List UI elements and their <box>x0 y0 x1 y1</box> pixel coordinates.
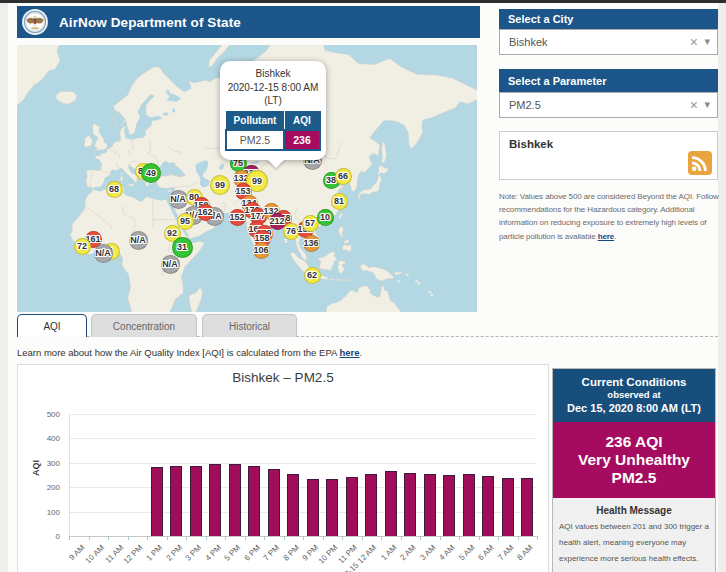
chart-xtick-label: 8 AM <box>515 543 534 562</box>
chart-bar[interactable] <box>502 478 514 536</box>
chart-bar[interactable] <box>521 478 533 536</box>
tab-historical[interactable]: Historical <box>202 314 297 337</box>
chart-ytick-label: 0 <box>32 532 60 541</box>
chart-xtick <box>245 536 246 540</box>
aqi-marker[interactable]: 57 <box>302 215 319 232</box>
aqi-marker[interactable]: 49 <box>141 163 161 183</box>
chart-xtick <box>303 536 304 540</box>
city-dropdown-icon[interactable]: ▾ <box>704 30 710 54</box>
aqi-marker[interactable]: 95 <box>177 213 194 230</box>
app-header: AirNow Department of State <box>17 6 480 38</box>
chart-xtick-label: 10 PM <box>317 543 340 566</box>
chart-xtick <box>206 536 207 540</box>
aqi-marker[interactable]: 62 <box>304 267 321 284</box>
select-city-label: Select a City <box>499 9 718 29</box>
chart-bar[interactable] <box>463 474 475 536</box>
chart-xtick <box>323 536 324 540</box>
chart-bar[interactable] <box>209 464 221 536</box>
tab-concentration[interactable]: Concentration <box>91 314 197 337</box>
learn-more-here-link[interactable]: here <box>339 347 359 358</box>
chart-bar[interactable] <box>424 474 436 536</box>
observed-time: Dec 15, 2020 8:00 AM (LT) <box>553 401 715 415</box>
chart-bar[interactable] <box>326 479 338 536</box>
chart-bar[interactable] <box>482 476 494 536</box>
chart-bar[interactable] <box>287 474 299 536</box>
chart-xtick <box>518 536 519 540</box>
tab-aqi[interactable]: AQI <box>17 314 87 337</box>
chart-bar[interactable] <box>346 477 358 536</box>
chart-title: Bishkek – PM2.5 <box>18 370 548 385</box>
state-department-seal-icon <box>22 9 48 35</box>
current-aqi-category: Very Unhealthy <box>553 451 715 469</box>
chart-xtick <box>362 536 363 540</box>
chart-xtick-label: 6 PM <box>242 543 262 563</box>
aqi-marker[interactable]: N/A <box>161 255 180 274</box>
city-select[interactable]: Bishkek × ▾ <box>499 29 718 55</box>
chart-bar[interactable] <box>404 473 416 536</box>
chart-xtick-label: 8 PM <box>281 543 301 563</box>
chart-ytick-label: 100 <box>32 508 60 517</box>
aqi-marker[interactable]: 162 <box>197 204 214 221</box>
aqi-marker[interactable]: N/A <box>169 190 188 209</box>
chart-xtick <box>401 536 402 540</box>
chart-ytick-label: 500 <box>32 410 60 419</box>
chart-bar[interactable] <box>443 475 455 536</box>
aqi-marker[interactable]: 31 <box>172 237 193 258</box>
aqi-marker[interactable]: 66 <box>335 168 352 185</box>
chart-bar[interactable] <box>151 467 163 536</box>
chart-xtick-label: 4 PM <box>203 543 223 563</box>
chart-xtick <box>69 536 70 540</box>
chart-y-axis-line <box>69 414 70 536</box>
chart-bar[interactable] <box>170 466 182 536</box>
note-here-link[interactable]: here <box>598 232 615 241</box>
chart-xtick-label: 7 AM <box>496 543 515 562</box>
chart-xtick <box>264 536 265 540</box>
chart-xtick <box>128 536 129 540</box>
tooltip-city: Bishkek <box>220 67 326 81</box>
parameter-clear-icon[interactable]: × <box>690 93 698 117</box>
observed-at-label: observed at <box>553 389 715 401</box>
parameter-select[interactable]: PM2.5 × ▾ <box>499 92 718 118</box>
current-conditions-header: Current Conditions observed at Dec 15, 2… <box>553 369 715 422</box>
aqi-marker[interactable]: 136 <box>303 235 320 252</box>
map-tooltip: Bishkek 2020-12-15 8:00 AM (LT) Pollutan… <box>220 61 326 160</box>
learn-more-text: Learn more about how the Air Quality Ind… <box>17 347 557 358</box>
chart-bar[interactable] <box>307 479 319 536</box>
aqi-marker[interactable]: 106 <box>253 242 270 259</box>
note-suffix: . <box>614 232 616 241</box>
aqi-marker[interactable]: 81 <box>331 193 348 210</box>
aqi-marker[interactable]: N/A <box>129 231 148 250</box>
chart-bar[interactable] <box>248 466 260 536</box>
chart-xtick <box>459 536 460 540</box>
chart-xtick-label: 5 PM <box>223 543 243 563</box>
chart-bar[interactable] <box>268 469 280 536</box>
chart-xtick-label: 3 AM <box>418 543 437 562</box>
chart-xtick <box>381 536 382 540</box>
chart-xtick-label: 11 AM <box>103 543 125 565</box>
rss-icon[interactable] <box>688 151 712 175</box>
parameter-select-value: PM2.5 <box>509 99 541 111</box>
chart-xtick <box>186 536 187 540</box>
aqi-marker[interactable]: 10 <box>317 209 334 226</box>
chart-bar[interactable] <box>190 466 202 536</box>
city-clear-icon[interactable]: × <box>690 30 698 54</box>
aqi-marker[interactable]: 72 <box>74 238 91 255</box>
chart-xtick-label: 4 AM <box>437 543 456 562</box>
current-aqi-value: 236 AQI <box>553 433 715 451</box>
aqi-marker[interactable]: 99 <box>210 175 230 195</box>
learn-more-suffix: . <box>360 347 363 358</box>
chart-xtick-label: 5 AM <box>457 543 476 562</box>
chart-gridline <box>69 438 537 439</box>
aqi-marker[interactable]: N/A <box>94 244 113 263</box>
world-aqi-map[interactable]: 844968N/A8099159N/AN/A162959231N/AN/A161… <box>17 45 477 312</box>
health-message-title: Health Message <box>559 505 709 516</box>
chart-bar[interactable] <box>365 474 377 536</box>
chart-bar[interactable] <box>385 471 397 536</box>
chart-xtick <box>537 536 538 540</box>
current-conditions-title: Current Conditions <box>553 375 715 389</box>
chart-xtick-label: 2 AM <box>398 543 417 562</box>
parameter-dropdown-icon[interactable]: ▾ <box>704 93 710 117</box>
aqi-marker[interactable]: 152 <box>229 209 246 226</box>
chart-bar[interactable] <box>229 464 241 536</box>
aqi-marker[interactable]: 68 <box>106 181 123 198</box>
